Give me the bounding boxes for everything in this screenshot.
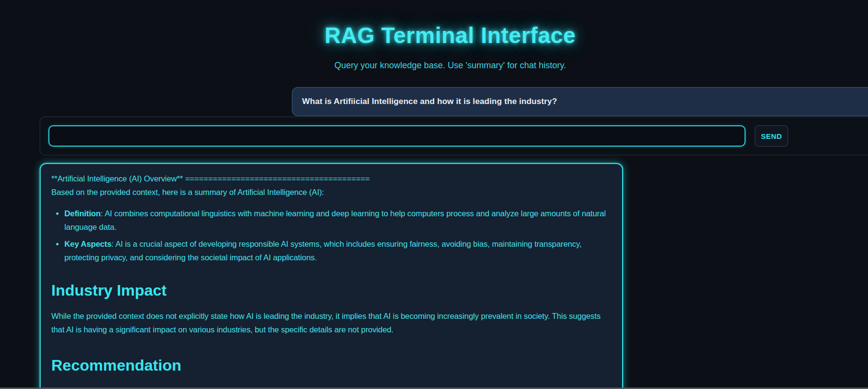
bullet-term: Definition [64,209,101,218]
response-overview-line: **Artificial Intelligence (AI) Overview*… [51,172,611,185]
query-input[interactable] [48,125,746,147]
list-item-definition: Definition: AI combines computational li… [64,207,611,234]
app-header: RAG Terminal Interface Query your knowle… [325,22,576,71]
response-bullet-list: Definition: AI combines computational li… [51,207,611,264]
section-heading-recommendation: Recommendation [51,359,611,372]
composer-bar: SEND [40,117,868,155]
send-button[interactable]: SEND [755,125,788,147]
section-body-industry-impact: While the provided context does not expl… [51,309,603,336]
response-panel: **Artificial Intelligence (AI) Overview*… [40,163,623,389]
bullet-term: Key Aspects [64,239,111,248]
page-title: RAG Terminal Interface [325,22,576,48]
response-intro: Based on the provided context, here is a… [51,185,611,199]
list-item-key-aspects: Key Aspects: AI is a crucial aspect of d… [64,237,611,264]
bullet-text: : AI is a crucial aspect of developing r… [64,239,581,262]
bullet-text: : AI combines computational linguistics … [64,209,606,231]
page-subtitle: Query your knowledge base. Use 'summary'… [325,60,576,71]
app-root: RAG Terminal Interface Query your knowle… [0,0,868,389]
user-message-bubble: What is Artifiicial Intelligence and how… [292,87,868,116]
section-heading-industry-impact: Industry Impact [51,284,611,297]
user-message-text: What is Artifiicial Intelligence and how… [302,97,557,106]
